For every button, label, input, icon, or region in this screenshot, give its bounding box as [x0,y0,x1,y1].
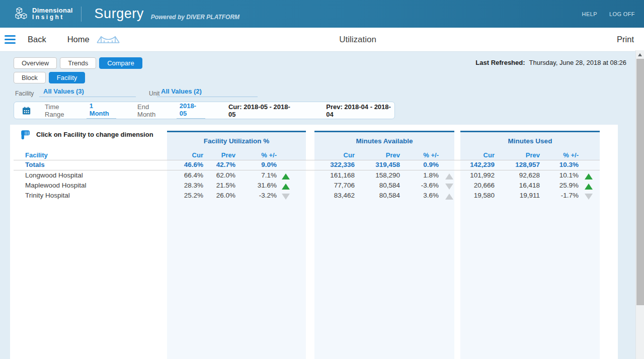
bridge-icon[interactable] [97,35,120,45]
current-range: Cur: 2018-05 - 2018-05 [228,103,294,118]
scrollbar-thumb[interactable] [636,59,644,305]
used-chg: 10.1% [559,171,579,179]
col-header-prev: Prev [386,151,400,159]
unit-filter-value[interactable]: All Values (2) [157,87,258,97]
header-separator [14,160,600,160]
end-month-value[interactable]: 2018-05 [177,102,205,119]
tab-trends[interactable]: Trends [60,57,96,69]
end-month-label: End Month [137,103,168,118]
totals-util-prev: 42.7% [216,161,235,168]
home-button[interactable]: Home [67,35,90,44]
facility-column-header[interactable]: Facility [25,151,48,159]
logo-line2: Insight [32,14,73,21]
totals-avail-chg: 0.9% [423,161,439,168]
last-refreshed-label: Last Refreshed: [475,59,525,66]
help-link[interactable]: HELP [582,11,597,17]
avail-cur: 83,462 [334,192,355,199]
last-refreshed-value: Thursday, June 28, 2018 at 08:26 [529,59,626,66]
tab-facility[interactable]: Facility [49,72,85,83]
facility-name[interactable]: Trinity Hospital [25,192,70,199]
table-row: Maplewood Hospital 28.3% 21.5% 31.6% 77,… [10,182,618,192]
facility-name[interactable]: Longwood Hospital [25,171,83,179]
avail-chg: 3.6% [423,192,439,199]
util-prev: 21.5% [216,182,235,189]
calendar-icon[interactable] [22,106,31,115]
util-chg: 31.6% [258,182,277,189]
util-cur: 28.3% [184,182,203,189]
app-window: Dimensional Insight Surgery Powered by D… [0,0,644,359]
facility-filter-value[interactable]: All Values (3) [39,87,136,97]
tab-overview[interactable]: Overview [14,57,57,69]
totals-util-chg: 9.0% [261,161,277,168]
totals-separator [14,170,600,170]
col-header-chg: % +/- [563,151,579,159]
view-tabs: Overview Trends Compare [14,57,142,69]
avail-prev: 80,584 [379,192,400,199]
table-row: Trinity Hospital 25.2% 26.0% -3.2% 83,46… [10,192,618,202]
scroll-up-icon [638,53,642,56]
col-header-chg: % +/- [261,151,277,159]
comparison-table-panel: Click on Facility to change dimension Fa… [10,125,618,359]
dimension-hint-text: Click on Facility to change dimension [36,131,153,138]
print-button[interactable]: Print [617,35,634,44]
trend-indicator-icon [585,194,593,200]
table-row: Longwood Hospital 66.4% 62.0% 7.1% 161,1… [10,171,618,182]
page-title: Utilization [339,35,376,45]
dimensional-insight-cubes-logo-icon [15,7,29,21]
col-header-chg: % +/- [423,151,439,159]
time-range-bar: Time Range 1 Month End Month 2018-05 Cur… [14,102,395,119]
util-chg: -3.2% [259,192,277,199]
group-title-minutes-used: Minutes Used [460,137,600,145]
vertical-scrollbar[interactable] [635,50,644,359]
app-title: Surgery [95,6,144,22]
avail-prev: 158,290 [375,171,400,179]
avail-prev: 80,584 [379,182,400,189]
tab-compare[interactable]: Compare [99,57,142,69]
nav-bar: Back Home Utilization Print [0,28,644,52]
col-header-prev: Prev [526,151,540,159]
trend-indicator-icon [585,173,593,180]
trend-indicator-icon [282,173,290,180]
trend-indicator-icon [445,184,453,190]
brand-header: Dimensional Insight Surgery Powered by D… [0,0,644,28]
back-button[interactable]: Back [28,35,46,44]
util-cur: 25.2% [184,192,203,199]
trend-indicator-icon [445,173,453,180]
used-cur: 19,580 [474,192,495,199]
used-prev: 92,628 [519,171,540,179]
used-chg: -1.7% [561,192,579,199]
totals-util-cur: 46.6% [184,161,203,168]
facility-name[interactable]: Maplewood Hospital [25,182,87,189]
avail-cur: 161,168 [330,171,355,179]
trend-indicator-icon [282,184,290,190]
used-cur: 101,992 [470,171,495,179]
totals-avail-prev: 319,458 [375,161,400,168]
tab-block[interactable]: Block [14,72,46,83]
trend-indicator-icon [445,194,453,200]
content-area: Overview Trends Compare Block Facility L… [0,52,635,359]
col-header-prev: Prev [221,151,235,159]
hand-point-down-icon [20,129,31,140]
logoff-link[interactable]: LOG OFF [609,11,635,17]
used-prev: 19,911 [520,192,540,199]
scroll-up-button[interactable] [636,50,644,59]
logo-wordmark: Dimensional Insight [32,7,73,20]
trend-indicator-icon [585,184,593,190]
group-title-facility-utilization: Facility Utilization % [167,137,306,145]
col-header-cur: Cur [484,151,495,159]
facility-filter-label: Facility [15,90,34,97]
dimension-tabs: Block Facility [14,72,85,83]
util-prev: 62.0% [216,171,235,179]
powered-by-tagline: Powered by DIVER PLATFORM [151,14,239,21]
used-cur: 20,666 [474,182,495,189]
used-prev: 16,418 [519,182,540,189]
totals-row: Totals 46.6% 42.7% 9.0% 322,336 319,458 … [10,161,618,171]
totals-avail-cur: 322,336 [330,161,355,168]
time-range-value[interactable]: 1 Month [87,102,116,119]
logo-line1: Dimensional [32,7,73,14]
totals-used-prev: 128,957 [515,161,540,168]
totals-used-cur: 142,239 [470,161,495,168]
menu-icon[interactable] [5,35,16,44]
avail-chg: -3.6% [421,182,439,189]
header-divider [81,7,82,22]
